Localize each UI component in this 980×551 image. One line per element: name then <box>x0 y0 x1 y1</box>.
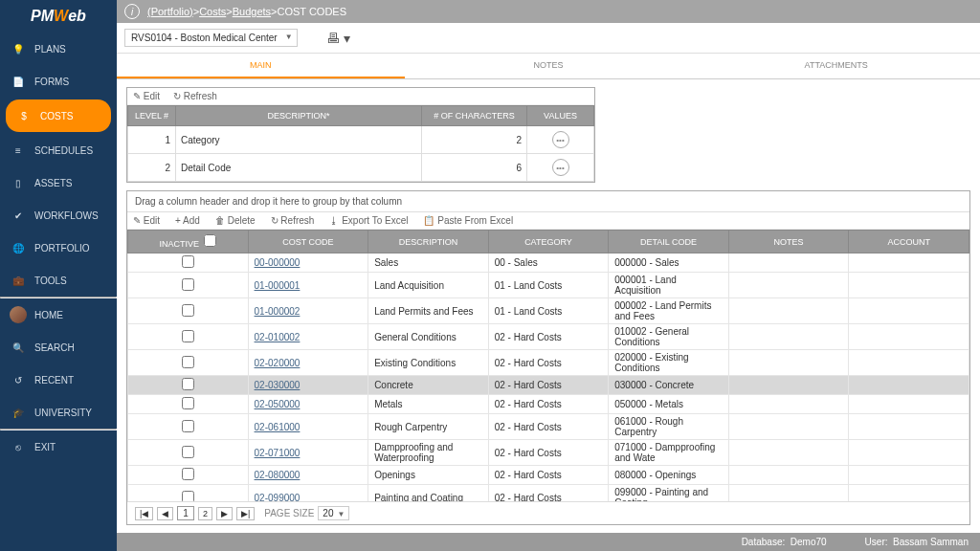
group-by-hint[interactable]: Drag a column header and drop it here to… <box>127 191 969 212</box>
values-button[interactable]: ••• <box>552 131 569 148</box>
values-button[interactable]: ••• <box>552 159 569 176</box>
col-detail-code[interactable]: DETAIL CODE <box>609 231 729 253</box>
sidebar-item-forms[interactable]: 📄FORMS <box>0 65 117 98</box>
row-inactive-checkbox[interactable] <box>182 397 194 409</box>
col-account[interactable]: ACCOUNT <box>849 231 969 253</box>
tab-notes[interactable]: NOTES <box>405 54 693 78</box>
cost-code-link[interactable]: 02-099000 <box>255 493 301 502</box>
col-notes[interactable]: NOTES <box>728 231 849 253</box>
row-inactive-checkbox[interactable] <box>182 378 194 390</box>
grid-delete-button[interactable]: 🗑 Delete <box>215 215 256 226</box>
cost-code-link[interactable]: 02-020000 <box>255 358 301 368</box>
crumb-portfolio[interactable]: (Portfolio) <box>147 6 193 17</box>
table-row[interactable]: 02-099000 Painting and Coating 02 - Hard… <box>128 485 969 502</box>
grid-refresh-button[interactable]: ↻ Refresh <box>271 215 315 226</box>
row-inactive-checkbox[interactable] <box>182 356 194 368</box>
cost-code-link[interactable]: 00-000000 <box>255 257 301 268</box>
level-refresh-button[interactable]: ↻ Refresh <box>173 91 217 101</box>
sidebar-item-recent[interactable]: ↺RECENT <box>0 364 117 396</box>
toolbar: RVS0104 - Boston Medical Center 🖶 ▾ <box>117 23 980 54</box>
table-row[interactable]: 02-010002 General Conditions 02 - Hard C… <box>128 324 969 350</box>
row-inactive-checkbox[interactable] <box>182 278 194 291</box>
cost-code-link[interactable]: 02-010002 <box>255 332 301 342</box>
pager-last[interactable]: ▶| <box>236 507 255 520</box>
table-row[interactable]: 01-000002 Land Permits and Fees 01 - Lan… <box>128 298 969 324</box>
cost-code-link[interactable]: 01-000001 <box>255 280 301 291</box>
level-row[interactable]: 1Category2••• <box>128 126 594 154</box>
grid-export-button[interactable]: ⭳ Export To Excel <box>329 215 408 226</box>
col-cost-code[interactable]: COST CODE <box>248 231 368 253</box>
sidebar-item-home[interactable]: HOME <box>0 298 117 331</box>
sidebar-item-costs[interactable]: $COSTS <box>6 99 111 132</box>
sidebar-item-workflows[interactable]: ✔WORKFLOWS <box>0 199 117 231</box>
table-row[interactable]: 02-030000 Concrete 02 - Hard Costs 03000… <box>128 376 969 395</box>
cost-code-link[interactable]: 02-061000 <box>255 422 301 432</box>
project-selector[interactable]: RVS0104 - Boston Medical Center <box>124 29 298 47</box>
sidebar-item-assets[interactable]: ▯ASSETS <box>0 166 117 199</box>
crumb-budgets[interactable]: Budgets <box>233 6 271 17</box>
sidebar-item-label: PORTFOLIO <box>34 243 90 253</box>
table-row[interactable]: 02-071000 Dampproofing and Waterproofing… <box>128 440 969 466</box>
exit-icon: ⎋ <box>10 438 27 455</box>
sidebar-item-label: EXIT <box>34 442 56 452</box>
lvl-col-desc: DESCRIPTION* <box>176 106 422 126</box>
sidebar-item-label: RECENT <box>34 375 74 386</box>
table-row[interactable]: 01-000001 Land Acquisition 01 - Land Cos… <box>128 273 969 298</box>
crumb-costs[interactable]: Costs <box>199 6 226 17</box>
cost-code-link[interactable]: 02-050000 <box>255 399 301 409</box>
inactive-header-checkbox[interactable] <box>204 234 216 247</box>
tab-attachments[interactable]: ATTACHMENTS <box>692 54 980 78</box>
pager-next[interactable]: ▶ <box>216 507 233 520</box>
table-row[interactable]: 02-050000 Metals 02 - Hard Costs 050000 … <box>128 395 969 414</box>
sidebar-item-search[interactable]: 🔍SEARCH <box>0 331 117 364</box>
lvl-col-level: LEVEL # <box>128 106 176 126</box>
pager-first[interactable]: |◀ <box>135 507 153 520</box>
case-icon: 💼 <box>10 272 27 289</box>
row-inactive-checkbox[interactable] <box>182 304 194 317</box>
cost-code-link[interactable]: 01-000002 <box>255 306 301 317</box>
sidebar-item-label: PLANS <box>34 44 66 55</box>
row-inactive-checkbox[interactable] <box>182 330 194 342</box>
col-description[interactable]: DESCRIPTION <box>368 231 489 253</box>
row-inactive-checkbox[interactable] <box>182 491 194 502</box>
grid-edit-button[interactable]: ✎ Edit <box>133 215 160 226</box>
search-icon: 🔍 <box>10 339 27 356</box>
grid-add-button[interactable]: + Add <box>175 215 200 226</box>
pager-prev[interactable]: ◀ <box>157 507 173 520</box>
sidebar-item-tools[interactable]: 💼TOOLS <box>0 264 117 297</box>
pager-page-1[interactable]: 1 <box>177 506 194 520</box>
cost-code-link[interactable]: 02-030000 <box>255 380 301 390</box>
sidebar-item-exit[interactable]: ⎋EXIT <box>0 430 117 463</box>
pager-size-select[interactable]: 20 <box>318 506 349 520</box>
dollar-icon: $ <box>15 107 33 124</box>
tab-main[interactable]: MAIN <box>117 54 405 78</box>
info-icon[interactable]: i <box>124 4 140 19</box>
row-inactive-checkbox[interactable] <box>182 255 194 268</box>
cost-code-link[interactable]: 02-080000 <box>255 470 301 480</box>
sidebar-item-label: FORMS <box>34 77 69 87</box>
table-row[interactable]: 02-080000 Openings 02 - Hard Costs 08000… <box>128 466 969 485</box>
table-row[interactable]: 00-000000 Sales 00 - Sales 000000 - Sale… <box>128 253 969 273</box>
sidebar-item-schedules[interactable]: ≡SCHEDULES <box>0 134 117 166</box>
row-inactive-checkbox[interactable] <box>182 468 194 480</box>
row-inactive-checkbox[interactable] <box>182 446 194 458</box>
print-icon[interactable]: 🖶 ▾ <box>326 31 350 46</box>
cost-code-link[interactable]: 02-071000 <box>255 448 301 458</box>
sidebar-item-label: WORKFLOWS <box>34 210 99 221</box>
col-inactive[interactable]: INACTIVE <box>128 231 249 253</box>
level-row[interactable]: 2Detail Code6••• <box>128 154 594 182</box>
level-edit-button[interactable]: ✎ Edit <box>133 91 160 101</box>
table-row[interactable]: 02-020000 Existing Conditions 02 - Hard … <box>128 350 969 376</box>
status-bar: Database: Demo70 User: Bassam Samman <box>117 533 980 551</box>
col-category[interactable]: CATEGORY <box>488 231 609 253</box>
sidebar-item-portfolio[interactable]: 🌐PORTFOLIO <box>0 231 117 264</box>
grid-paste-button[interactable]: 📋 Paste From Excel <box>423 215 513 226</box>
table-row[interactable]: 02-061000 Rough Carpentry 02 - Hard Cost… <box>128 414 969 440</box>
pager-page-2[interactable]: 2 <box>198 507 212 520</box>
tab-bar: MAINNOTESATTACHMENTS <box>117 54 980 79</box>
lvl-col-values: VALUES <box>527 106 594 126</box>
sidebar-item-university[interactable]: 🎓UNIVERSITY <box>0 396 117 429</box>
logo: PMWeb <box>0 0 117 33</box>
row-inactive-checkbox[interactable] <box>182 420 194 432</box>
sidebar-item-plans[interactable]: 💡PLANS <box>0 33 117 65</box>
